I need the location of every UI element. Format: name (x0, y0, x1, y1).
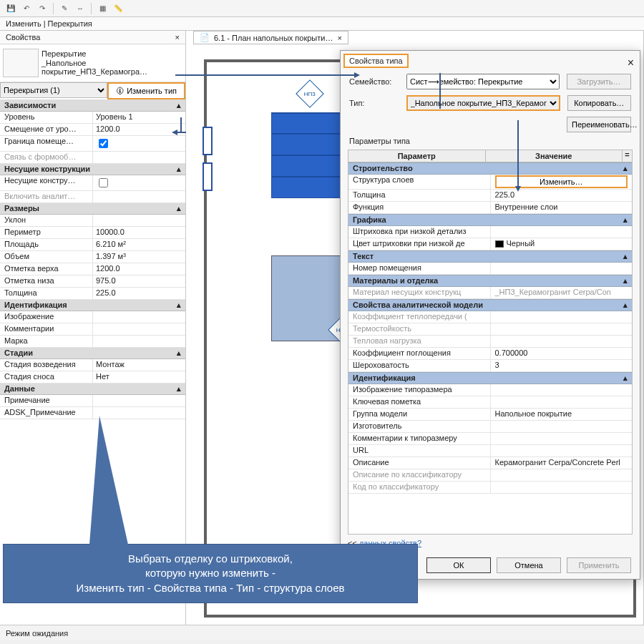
collapse-icon[interactable]: ▴ (623, 215, 628, 225)
collapse-icon[interactable]: ▴ (623, 301, 628, 310)
apply-button[interactable]: Применить (567, 557, 631, 573)
collapse-icon[interactable]: ▴ (177, 165, 181, 174)
property-row[interactable]: Толщина225.0 (0, 288, 185, 300)
collapse-icon[interactable]: ▴ (623, 252, 628, 261)
type-properties-dialog: × Свойства типа Семейство: Сист⟶емейство… (340, 50, 640, 580)
collapse-icon[interactable]: ▴ (177, 101, 181, 110)
collapse-icon[interactable]: ▴ (177, 301, 181, 310)
property-group-header[interactable]: Данные▴ (0, 384, 185, 395)
property-group-header[interactable]: Зависимости▴ (0, 100, 185, 112)
type-group-header[interactable]: Текст▴ (348, 250, 632, 263)
property-row[interactable]: Площадь6.210 м² (0, 239, 185, 251)
property-row[interactable]: Периметр10000.0 (0, 227, 185, 239)
cancel-button[interactable]: Отмена (497, 557, 561, 573)
type-param-row[interactable]: Изготовитель (348, 421, 632, 433)
property-row[interactable]: Стадия сносаНет (0, 371, 185, 384)
type-param-row[interactable]: Номер помещения (348, 263, 632, 275)
type-selector[interactable]: _Напольное покрытие_НП3_Керамог (406, 95, 560, 111)
type-group-header[interactable]: Графика▴ (348, 214, 632, 226)
copy-button[interactable]: Копировать… (567, 95, 631, 111)
property-row[interactable]: Изображение (0, 311, 185, 323)
family-selector[interactable]: Сист⟶емейство: Перекрытие (406, 74, 560, 89)
property-row[interactable]: Включить аналит… (0, 191, 185, 203)
col-parameter: Параметр (348, 150, 486, 162)
type-param-row[interactable]: Штриховка при низкой детализ (348, 226, 632, 238)
property-group-header[interactable]: Размеры▴ (0, 203, 185, 215)
col-equals: = (622, 150, 632, 162)
type-param-row[interactable]: Тепловая нагрузка (348, 336, 632, 348)
type-name-label: Перекрытие _Напольное покрытие_НП3_Керам… (42, 49, 182, 77)
close-tab-icon[interactable]: × (337, 34, 341, 42)
type-group-header[interactable]: Строительство▴ (348, 162, 632, 175)
type-param-row[interactable]: Цвет штриховки при низкой деЧерный (348, 238, 632, 250)
type-param-row[interactable]: Коэффициент поглощения0.700000 (348, 348, 632, 360)
status-bar: Режим ожидания (0, 625, 644, 640)
collapse-icon[interactable]: ▴ (623, 276, 628, 286)
property-row[interactable]: Отметка низа975.0 (0, 275, 185, 288)
checkbox[interactable] (99, 178, 108, 187)
type-param-row[interactable]: Описание по классификатору (348, 469, 632, 482)
property-group-header[interactable]: Идентификация▴ (0, 300, 185, 311)
type-param-row[interactable]: Изображение типоразмера (348, 384, 632, 396)
property-row[interactable]: Комментарии (0, 323, 185, 336)
rename-button[interactable]: Переименовать… (567, 117, 631, 132)
property-row[interactable]: Отметка верха1200.0 (0, 263, 185, 275)
property-row[interactable]: Связь с формооб… (0, 152, 185, 164)
property-row[interactable]: Стадия возведенияМонтаж (0, 359, 185, 371)
type-param-row[interactable]: Группа моделиНапольное покрытие (348, 409, 632, 421)
close-icon[interactable]: × (175, 33, 180, 42)
type-param-row[interactable]: Ключевая пометка (348, 396, 632, 409)
type-param-row[interactable]: Код по классификатору (348, 482, 632, 494)
document-tab[interactable]: 📄 6.1 - План напольных покрыти… × (193, 31, 348, 44)
grid-icon[interactable]: ▦ (96, 2, 109, 15)
type-param-row[interactable]: Термостойкость (348, 323, 632, 336)
measure-icon[interactable]: 📏 (112, 2, 125, 15)
instance-selector[interactable]: Перекрытия (1) (0, 82, 107, 98)
type-param-row[interactable]: Материал несущих конструкц_НП3_Керамогра… (348, 287, 632, 299)
type-param-row[interactable]: Структура слоевИзменить… (348, 175, 632, 190)
property-row[interactable]: Объем1.397 м³ (0, 251, 185, 263)
property-group-header[interactable]: Несущие конструкции▴ (0, 164, 185, 175)
type-param-row[interactable]: Коэффициент теплопередачи ( (348, 311, 632, 323)
section-marker[interactable] (203, 162, 213, 191)
family-label: Семейство: (349, 77, 399, 86)
edit-structure-button[interactable]: Изменить… (495, 175, 628, 188)
type-group-header[interactable]: Свойства аналитической модели▴ (348, 299, 632, 311)
type-group-header[interactable]: Идентификация▴ (348, 372, 632, 384)
type-group-header[interactable]: Материалы и отделка▴ (348, 275, 632, 287)
floor-tag[interactable]: НП3 (296, 79, 324, 108)
type-param-row[interactable]: Толщина225.0 (348, 190, 632, 202)
property-row[interactable]: Смещение от уро…1200.0 (0, 124, 185, 136)
collapse-icon[interactable]: ▴ (177, 348, 181, 358)
align-icon[interactable]: ↔ (74, 2, 87, 15)
load-button[interactable]: Загрузить… (567, 74, 631, 89)
type-param-row[interactable]: URL (348, 445, 632, 457)
property-group-header[interactable]: Стадии▴ (0, 348, 185, 359)
property-row[interactable]: Граница помеще… (0, 136, 185, 152)
collapse-icon[interactable]: ▴ (623, 374, 628, 383)
edit-type-button[interactable]: 🛈 Изменить тип (107, 82, 185, 99)
type-param-row[interactable]: Комментарии к типоразмеру (348, 433, 632, 445)
property-row[interactable]: Марка (0, 336, 185, 348)
property-row[interactable]: УровеньУровень 1 (0, 112, 185, 124)
redo-icon[interactable]: ↷ (36, 2, 49, 15)
collapse-icon[interactable]: ▴ (177, 204, 181, 213)
property-row[interactable]: Уклон (0, 215, 185, 227)
type-label: Тип: (349, 99, 399, 107)
type-param-row[interactable]: ОписаниеКерамогранит Cerpa/Concrete Perl (348, 457, 632, 469)
type-param-row[interactable]: ФункцияВнутренние слои (348, 202, 632, 214)
section-marker[interactable] (203, 127, 213, 155)
save-icon[interactable]: 💾 (4, 2, 17, 15)
collapse-icon[interactable]: ▴ (177, 384, 181, 394)
tools-icon[interactable]: ✎ (58, 2, 71, 15)
dialog-close-icon[interactable]: × (628, 57, 634, 69)
property-row[interactable]: Несущие констру… (0, 175, 185, 191)
checkbox[interactable] (99, 139, 108, 148)
property-row[interactable]: Примечание (0, 395, 185, 407)
type-param-row[interactable]: Шероховатость3 (348, 360, 632, 372)
collapse-icon[interactable]: ▴ (623, 164, 628, 173)
color-swatch (495, 240, 504, 248)
undo-icon[interactable]: ↶ (20, 2, 33, 15)
annotation-callout: Выбрать отделку со штриховкой, которую н… (3, 544, 418, 603)
ok-button[interactable]: ОК (426, 557, 491, 573)
